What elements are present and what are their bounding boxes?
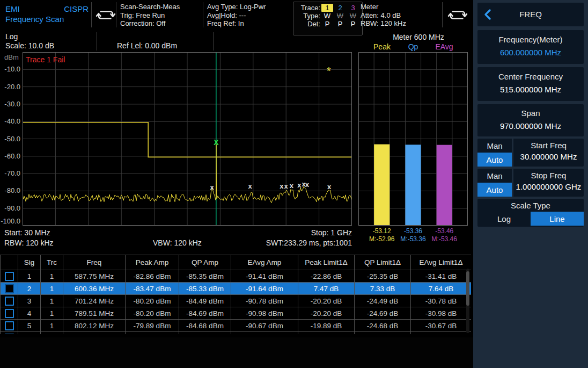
meter-settings-summary: Meter Atten: 4.0 dB RBW: 120 kHz (361, 3, 406, 32)
stop-freq-annotation: Stop: 1 GHz (268, 228, 352, 237)
column-header: Sig (18, 255, 41, 270)
row-checkbox-cell (1, 332, 18, 335)
start-freq-button[interactable]: Man Auto Start Freq 30.000000 MHz (477, 139, 584, 167)
peak-x-marker: x (280, 182, 284, 190)
menu-back-button[interactable] (484, 9, 491, 20)
table-cell: -24.49 dB (355, 295, 411, 307)
table-row[interactable]: 11587.75 MHz-82.86 dBm-85.35 dBm-91.41 d… (1, 270, 472, 283)
table-row[interactable]: 61821.52 MHz-78.65 dBm-84.72 dBm-90.68 d… (1, 332, 472, 335)
table-cell: -22.86 dB (298, 270, 355, 283)
table-scrollbar-thumb[interactable] (466, 271, 469, 306)
row-checkbox-cell (1, 270, 18, 283)
row-checkbox[interactable] (5, 272, 14, 281)
vbw-annotation: VBW: 120 kHz (153, 239, 202, 247)
row-checkbox[interactable] (5, 284, 14, 293)
table-row[interactable]: 51802.12 MHz-79.89 dBm-84.68 dBm-90.67 d… (1, 320, 472, 332)
start-freq-man-toggle[interactable]: Man (477, 139, 512, 153)
spectrum-plot: xxxxxxxxxX* (23, 52, 352, 226)
meter-title: Meter 600 MHz (376, 33, 461, 41)
stop-freq-man-toggle[interactable]: Man (477, 169, 512, 183)
trace-3-type: W (347, 12, 359, 20)
freq-menu-panel: FREQ Frequency(Meter) 600.000000 MHz Cen… (473, 0, 588, 368)
y-tick-label: -90.0 (0, 204, 20, 212)
meter-value: -53.46 (425, 227, 463, 235)
table-cell: -30.78 dB (411, 295, 472, 307)
table-cell: 1 (41, 332, 63, 335)
span-value: 970.000000 MHz (477, 121, 584, 131)
row-checkbox[interactable] (5, 309, 14, 318)
table-cell: -84.72 dBm (179, 332, 231, 335)
y-tick-label: -50.0 (0, 135, 20, 143)
column-header: EAvg Amp (231, 255, 298, 270)
continuous-sweep-button[interactable] (94, 6, 117, 35)
freq-ref: Freq Ref: In (207, 19, 266, 28)
table-cell: 1 (41, 283, 63, 295)
table-cell: 1 (18, 270, 41, 283)
meter-bar-plot (358, 52, 468, 226)
menu-header: FREQ (477, 3, 584, 26)
table-cell: -84.68 dBm (179, 320, 231, 332)
meter-svg (358, 52, 468, 226)
table-cell: -90.68 dBm (231, 332, 298, 335)
table-cell: -90.98 dBm (231, 307, 298, 320)
standard-label: CISPR (64, 4, 89, 14)
meter-continuous-button[interactable] (446, 6, 469, 35)
table-cell: -91.64 dBm (231, 283, 298, 295)
row-checkbox-cell (1, 307, 18, 320)
meter-x-marker: X (214, 138, 219, 147)
row-checkbox[interactable] (5, 334, 14, 335)
table-cell: 1 (41, 320, 63, 332)
stop-freq-button[interactable]: Man Auto Stop Freq 1.000000000 GHz (477, 169, 584, 197)
trigger-setting: Trig: Free Run (120, 11, 180, 20)
row-checkbox[interactable] (5, 321, 14, 330)
column-header: EAvg Limit1Δ (411, 255, 472, 270)
table-cell: -24.72 dB (355, 332, 411, 335)
y-tick-label: -30.0 (0, 100, 20, 108)
meter-atten: Atten: 4.0 dB (361, 11, 406, 20)
ref-level: Ref Lel: 0.00 dBm (117, 41, 177, 50)
center-frequency-value: 515.000000 MHz (477, 85, 584, 94)
table-cell: -18.65 dB (298, 332, 355, 335)
menu-title: FREQ (477, 3, 584, 26)
start-freq-annotation: Start: 30 MHz (4, 228, 50, 237)
span-button[interactable]: Span 970.000000 MHz (477, 104, 584, 136)
mode-label: EMI (5, 4, 20, 14)
meter-qp-label: Qp (397, 42, 429, 51)
trace-3-indicator: 3 (347, 4, 359, 12)
row-checkbox-cell (1, 320, 18, 332)
table-row[interactable]: 41789.51 MHz-80.20 dBm-84.69 dBm-90.98 d… (1, 307, 472, 320)
table-cell: -85.33 dBm (179, 283, 231, 295)
peak-x-marker: x (297, 181, 302, 189)
start-freq-auto-toggle[interactable]: Auto (477, 153, 512, 167)
scale-type-log-option[interactable]: Log (477, 212, 531, 226)
y-axis-unit: dBm (4, 53, 19, 61)
meter-bar-qp (405, 145, 421, 226)
table-cell: -90.67 dBm (231, 320, 298, 332)
table-row[interactable]: 21600.36 MHz-83.47 dBm-85.33 dBm-91.64 d… (1, 283, 472, 295)
spectrum-svg: xxxxxxxxxX* (23, 52, 352, 226)
table-scrollbar-track[interactable] (466, 269, 469, 333)
table-cell: -78.65 dBm (126, 332, 179, 335)
table-cell: -30.67 dB (411, 320, 472, 332)
frequency-meter-button[interactable]: Frequency(Meter) 600.000000 MHz (477, 30, 584, 64)
y-tick-label: -70.0 (0, 169, 20, 177)
scale-type-line-option[interactable]: Line (531, 212, 584, 226)
meter-max-value: M:-53.46 (425, 235, 463, 243)
signal-list: SigTrcFreqPeak AmpQP AmpEAvg AmpPeak Lim… (0, 255, 471, 334)
continuous-sweep-icon (94, 6, 117, 24)
table-cell: -84.49 dBm (179, 295, 231, 307)
stop-freq-auto-toggle[interactable]: Auto (477, 183, 512, 197)
meter-continuous-icon (446, 6, 469, 24)
table-cell: -24.68 dB (355, 320, 411, 332)
signal-table: SigTrcFreqPeak AmpQP AmpEAvg AmpPeak Lim… (0, 255, 471, 334)
row-checkbox[interactable] (5, 297, 14, 306)
table-cell: 7.47 dB (298, 283, 355, 295)
table-row[interactable]: 31701.24 MHz-80.20 dBm-84.49 dBm-90.78 d… (1, 295, 472, 307)
swt-annotation: SWT:233.29 ms, pts:1001 (231, 239, 352, 247)
emi-analyzer-screen: EMI CISPR Frequency Scan Scan-Search-Mea… (0, 0, 588, 368)
center-frequency-button[interactable]: Center Frequency 515.000000 MHz (477, 67, 584, 101)
table-cell: 701.24 MHz (63, 295, 126, 307)
table-cell: -19.89 dB (298, 320, 355, 332)
table-cell: 2 (18, 283, 41, 295)
table-cell: 5 (18, 320, 41, 332)
